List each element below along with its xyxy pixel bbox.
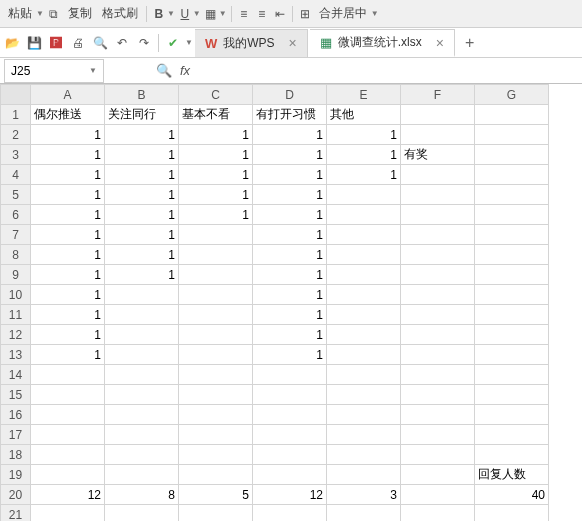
cell[interactable] <box>475 345 549 365</box>
chevron-down-icon[interactable]: ▼ <box>89 66 97 75</box>
indent-icon[interactable]: ⇤ <box>272 6 288 22</box>
cell[interactable] <box>179 505 253 522</box>
cell[interactable]: 1 <box>31 305 105 325</box>
cell[interactable]: 1 <box>31 265 105 285</box>
cell[interactable] <box>31 405 105 425</box>
cell[interactable] <box>253 425 327 445</box>
preview-icon[interactable]: 🔍 <box>90 33 110 53</box>
copy-button[interactable]: 复制 <box>64 3 96 24</box>
paste-button[interactable]: 粘贴 <box>4 3 36 24</box>
align-icon[interactable]: ≡ <box>236 6 252 22</box>
cell[interactable] <box>401 125 475 145</box>
cell[interactable] <box>475 105 549 125</box>
cell[interactable]: 40 <box>475 485 549 505</box>
chevron-down-icon[interactable]: ▼ <box>193 9 201 18</box>
cell[interactable]: 1 <box>31 205 105 225</box>
cell[interactable] <box>105 325 179 345</box>
cell[interactable] <box>179 465 253 485</box>
cell[interactable]: 1 <box>253 205 327 225</box>
row-header[interactable]: 4 <box>1 165 31 185</box>
cell[interactable] <box>179 365 253 385</box>
cell-reference-input[interactable] <box>11 64 81 78</box>
cell[interactable] <box>401 465 475 485</box>
row-header[interactable]: 19 <box>1 465 31 485</box>
cell[interactable]: 1 <box>31 285 105 305</box>
cell[interactable]: 1 <box>253 185 327 205</box>
cell[interactable]: 1 <box>253 265 327 285</box>
cell[interactable]: 1 <box>31 225 105 245</box>
cell[interactable] <box>475 165 549 185</box>
cell[interactable]: 1 <box>31 165 105 185</box>
row-header[interactable]: 21 <box>1 505 31 522</box>
cell[interactable] <box>401 345 475 365</box>
cell[interactable]: 1 <box>105 265 179 285</box>
fx-label[interactable]: fx <box>180 63 190 78</box>
check-icon[interactable]: ✔ <box>163 33 183 53</box>
cell[interactable]: 1 <box>31 345 105 365</box>
cell[interactable] <box>105 505 179 522</box>
cell[interactable]: 12 <box>253 485 327 505</box>
cell[interactable] <box>327 345 401 365</box>
cell[interactable] <box>179 385 253 405</box>
row-header[interactable]: 7 <box>1 225 31 245</box>
cell[interactable] <box>327 445 401 465</box>
name-box[interactable]: ▼ <box>4 59 104 83</box>
cell[interactable]: 1 <box>179 125 253 145</box>
cell[interactable]: 1 <box>105 145 179 165</box>
select-all-corner[interactable] <box>1 85 31 105</box>
bold-icon[interactable]: B <box>151 6 167 22</box>
cell[interactable]: 1 <box>31 185 105 205</box>
cell[interactable]: 3 <box>327 485 401 505</box>
cell[interactable]: 有打开习惯 <box>253 105 327 125</box>
cell[interactable]: 1 <box>31 145 105 165</box>
cell[interactable] <box>327 385 401 405</box>
cell[interactable]: 回复人数 <box>475 465 549 485</box>
spreadsheet-grid[interactable]: ABCDEFG1偶尔推送关注同行基本不看有打开习惯其他211111311111有… <box>0 84 582 521</box>
row-header[interactable]: 5 <box>1 185 31 205</box>
cell[interactable] <box>401 305 475 325</box>
chevron-down-icon[interactable]: ▼ <box>167 9 175 18</box>
add-tab-icon[interactable]: + <box>457 34 482 52</box>
cell[interactable] <box>401 265 475 285</box>
cell[interactable] <box>475 445 549 465</box>
cell[interactable] <box>475 405 549 425</box>
cell[interactable] <box>105 385 179 405</box>
row-header[interactable]: 11 <box>1 305 31 325</box>
border-icon[interactable]: ▦ <box>203 6 219 22</box>
cell[interactable] <box>31 365 105 385</box>
cell[interactable]: 1 <box>105 225 179 245</box>
cell[interactable] <box>475 125 549 145</box>
cell[interactable]: 1 <box>253 285 327 305</box>
cell[interactable] <box>401 405 475 425</box>
cell[interactable] <box>475 265 549 285</box>
print-icon[interactable]: 🖨 <box>68 33 88 53</box>
cell[interactable] <box>327 245 401 265</box>
cell[interactable] <box>105 285 179 305</box>
cell[interactable] <box>31 505 105 522</box>
row-header[interactable]: 20 <box>1 485 31 505</box>
cell[interactable]: 1 <box>327 125 401 145</box>
column-header[interactable]: D <box>253 85 327 105</box>
cell[interactable] <box>327 425 401 445</box>
row-header[interactable]: 9 <box>1 265 31 285</box>
cell[interactable] <box>475 185 549 205</box>
cell[interactable]: 1 <box>253 345 327 365</box>
chevron-down-icon[interactable]: ▼ <box>36 9 44 18</box>
cell[interactable] <box>475 305 549 325</box>
cell[interactable] <box>401 505 475 522</box>
copy-icon[interactable]: ⧉ <box>46 6 62 22</box>
cell[interactable] <box>401 385 475 405</box>
cell[interactable]: 1 <box>253 245 327 265</box>
cell[interactable]: 1 <box>327 165 401 185</box>
cell[interactable] <box>179 285 253 305</box>
cell[interactable]: 8 <box>105 485 179 505</box>
cell[interactable] <box>253 385 327 405</box>
cell[interactable] <box>327 365 401 385</box>
row-header[interactable]: 6 <box>1 205 31 225</box>
cell[interactable]: 1 <box>253 165 327 185</box>
cell[interactable] <box>401 285 475 305</box>
cell[interactable] <box>253 465 327 485</box>
cell[interactable]: 1 <box>253 225 327 245</box>
cell[interactable] <box>401 245 475 265</box>
cell[interactable]: 1 <box>253 145 327 165</box>
